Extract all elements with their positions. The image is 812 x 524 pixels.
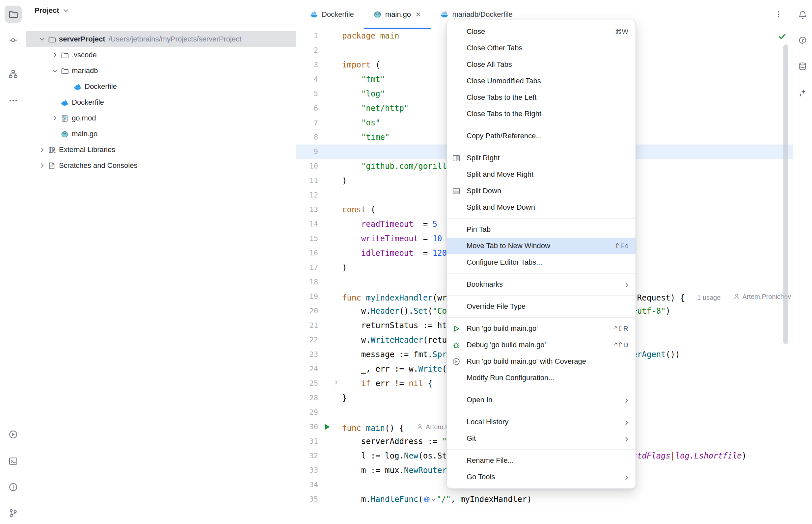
menu-item-split-right[interactable]: Split Right — [447, 150, 635, 166]
menu-item-label: Split Right — [467, 154, 628, 162]
project-icon — [9, 10, 18, 19]
code-token: "net/http" — [361, 104, 409, 113]
menu-item-label: Move Tab to New Window — [467, 242, 604, 250]
menu-item-split-down[interactable]: Split Down — [447, 183, 635, 199]
tree-item-mariadb[interactable]: mariadb — [26, 63, 296, 79]
code-token: | — [670, 451, 675, 460]
tree-item-label: External Libraries — [59, 146, 115, 154]
tree-item-scratches-and-consoles[interactable]: Scratches and Consoles — [26, 158, 296, 174]
menu-item-move-tab-to-new-window[interactable]: Move Tab to New Window⇧F4 — [447, 238, 635, 254]
line-number: 14 — [296, 217, 318, 231]
menu-item-go-tools[interactable]: Go Tools› — [447, 469, 635, 485]
tree-item-dockerfile[interactable]: Dockerfile — [26, 79, 296, 95]
tree-item-label: mariadb — [72, 66, 98, 75]
author-inlay[interactable]: Artem.Pronichev — [733, 289, 791, 304]
menu-item-modify-run-configuration[interactable]: Modify Run Configuration... — [447, 370, 635, 386]
menu-item-configure-editor-tabs[interactable]: Configure Editor Tabs... — [447, 254, 635, 271]
code-token: Write — [418, 364, 442, 374]
usages-inlay[interactable]: 1 usage — [697, 290, 720, 305]
code-token: m. — [342, 495, 371, 504]
menu-item-close-all-tabs[interactable]: Close All Tabs — [447, 56, 635, 73]
code-line-35[interactable]: 35 m.HandleFunc("/", myIndexHandler) — [296, 492, 793, 507]
chevron-right-icon[interactable] — [37, 162, 47, 169]
menu-item-open-in[interactable]: Open In› — [447, 392, 635, 408]
menu-icon-spacer — [452, 473, 467, 481]
chevron-down-icon[interactable] — [63, 7, 69, 14]
tree-item-serverproject[interactable]: serverProject/Users/jetbrains/myProjects… — [26, 31, 296, 47]
code-text: "time" — [342, 130, 390, 145]
menu-icon-spacer — [452, 374, 467, 382]
menu-item-label: Run 'go build main.go' with Coverage — [467, 357, 628, 366]
tab-main-go[interactable]: main.go× — [364, 0, 431, 29]
menu-item-bookmarks[interactable]: Bookmarks› — [447, 276, 635, 293]
menu-item-copy-path-reference[interactable]: Copy Path/Reference... — [447, 128, 635, 144]
code-token: main — [366, 424, 385, 433]
menu-icon-spacer — [452, 280, 467, 289]
tree-item-go-mod[interactable]: go.mod — [26, 110, 296, 126]
project-panel-header[interactable]: Project — [26, 0, 296, 21]
tool-button-version-control[interactable] — [5, 505, 22, 522]
menu-item-run-go-build-main-go-with-coverage[interactable]: Run 'go build main.go' with Coverage — [447, 353, 635, 370]
editor-scrollbar[interactable] — [783, 45, 788, 344]
menu-item-override-file-type[interactable]: Override File Type — [447, 298, 635, 315]
tool-button-commit[interactable] — [5, 32, 22, 49]
menu-separator — [447, 449, 635, 449]
menu-item-split-and-move-right[interactable]: Split and Move Right — [447, 166, 635, 183]
menu-item-local-history[interactable]: Local History› — [447, 414, 635, 430]
menu-item-debug-go-build-main-go[interactable]: Debug 'go build main.go'^⇧D — [447, 337, 635, 353]
run-gutter-icon[interactable] — [323, 423, 331, 431]
menu-item-git[interactable]: Git› — [447, 430, 635, 447]
tool-button-problems[interactable] — [5, 479, 22, 496]
menu-item-close[interactable]: Close⌘W — [447, 23, 635, 40]
chevron-down-icon[interactable] — [431, 492, 436, 497]
menu-item-label: Go Tools — [467, 473, 615, 481]
code-token — [342, 162, 361, 171]
tab-options-kebab-icon[interactable] — [774, 7, 783, 21]
menu-item-close-unmodified-tabs[interactable]: Close Unmodified Tabs — [447, 73, 635, 89]
activity-bar-right — [793, 0, 812, 524]
line-number: 24 — [296, 362, 318, 376]
tool-button-run[interactable] — [5, 426, 22, 443]
tree-item-main-go[interactable]: main.go — [26, 126, 296, 142]
tree-item-dockerfile[interactable]: Dockerfile — [26, 95, 296, 110]
submenu-arrow-icon: › — [625, 417, 628, 427]
menu-item-pin-tab[interactable]: Pin Tab — [447, 221, 635, 238]
menu-icon-spacer — [452, 242, 467, 250]
chevron-right-icon[interactable] — [50, 115, 60, 122]
problems-icon — [9, 482, 18, 492]
debug-icon — [452, 341, 467, 349]
menu-item-close-tabs-to-the-left[interactable]: Close Tabs to the Left — [447, 89, 635, 106]
tab-dockerfile[interactable]: Dockerfile — [300, 0, 364, 29]
code-token: w. — [342, 307, 371, 316]
chevron-right-icon[interactable] — [37, 146, 47, 153]
activity-bar-left — [0, 0, 26, 524]
menu-item-split-and-move-down[interactable]: Split and Move Down — [447, 199, 635, 216]
menu-item-label: Split and Move Right — [467, 170, 628, 179]
menu-item-label: Close All Tabs — [467, 60, 628, 69]
menu-item-close-tabs-to-the-right[interactable]: Close Tabs to the Right — [447, 106, 635, 122]
menu-icon-spacer — [452, 132, 467, 140]
tool-button-project[interactable] — [5, 5, 22, 23]
menu-item-close-other-tabs[interactable]: Close Other Tabs — [447, 40, 635, 56]
tree-item-external-libraries[interactable]: External Libraries — [26, 142, 296, 158]
chevron-right-icon[interactable] — [50, 51, 60, 59]
menu-shortcut: ⌘W — [615, 28, 628, 35]
chevron-down-icon[interactable] — [50, 67, 60, 75]
menu-item-label: Close Tabs to the Left — [467, 93, 628, 102]
fold-indicator-icon[interactable] — [333, 379, 340, 388]
chevron-down-icon[interactable] — [37, 35, 47, 43]
tool-button-more[interactable] — [5, 92, 22, 109]
tool-button-database[interactable] — [796, 59, 810, 73]
code-token: NewRouter — [404, 466, 447, 475]
tool-button-structure[interactable] — [5, 65, 22, 83]
tool-button-terminal[interactable] — [5, 453, 22, 470]
menu-item-rename-file[interactable]: Rename File... — [447, 452, 635, 469]
tree-item-vscode[interactable]: .vscode — [26, 47, 296, 63]
menu-item-run-go-build-main-go[interactable]: Run 'go build main.go'^⇧R — [447, 320, 635, 337]
tool-button-ai-sparkles[interactable] — [796, 86, 810, 100]
code-token: ) — [742, 451, 746, 460]
inspections-ok-icon[interactable] — [778, 32, 786, 41]
tab-close-icon[interactable]: × — [416, 10, 421, 19]
tool-button-ai-swirl[interactable] — [796, 33, 810, 47]
tool-button-notifications[interactable] — [796, 7, 810, 22]
